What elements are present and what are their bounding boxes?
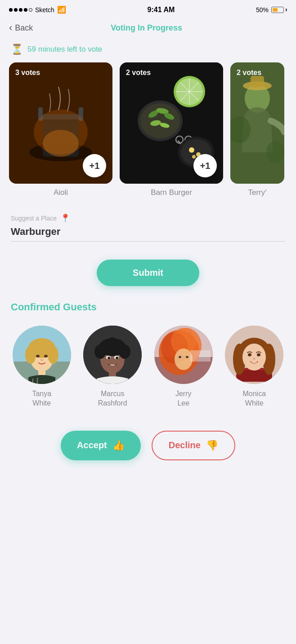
votes-badge-barnburger: 2 votes [126, 69, 151, 77]
bottom-actions: Accept 👍 Decline 👎 [0, 417, 296, 478]
tanya-avatar-image [13, 326, 71, 384]
battery-icon [271, 7, 287, 13]
svg-point-63 [116, 357, 118, 359]
status-bar: Sketch 📶 9:41 AM 50% [0, 0, 296, 18]
timer-row: ⏳ 59 minutes left to vote [0, 40, 296, 62]
suggest-section: Suggest a Place 📍 [0, 204, 296, 245]
carrier-label: Sketch [35, 6, 54, 13]
pin-icon: 📍 [60, 213, 70, 223]
avatar-monica [225, 326, 283, 384]
restaurant-card-terry[interactable]: 2 votes Terry' [230, 62, 284, 197]
guest-name-jerry: Jerry Lee [175, 389, 192, 408]
guests-grid: Tanya White [11, 326, 285, 408]
decline-button[interactable]: Decline 👎 [152, 431, 235, 460]
thumbs-down-icon: 👎 [206, 440, 218, 451]
card-image-barnburger[interactable]: 2 votes +1 [120, 62, 223, 184]
svg-rect-74 [190, 350, 211, 362]
restaurant-name-barnburger: Barn Burger [120, 188, 223, 197]
svg-point-72 [179, 356, 181, 358]
restaurant-name-terry: Terry' [230, 188, 284, 197]
status-left: Sketch 📶 [9, 5, 66, 14]
restaurant-name-aioli: Aioli [9, 188, 112, 197]
votes-badge-terry: 2 votes [237, 69, 261, 77]
card-image-aioli[interactable]: 3 votes +1 [9, 62, 112, 184]
svg-point-26 [189, 147, 194, 153]
guest-name-marcus: Marcus Rashford [98, 389, 127, 408]
svg-point-34 [266, 141, 284, 163]
page-title: Voting In Progress [33, 23, 260, 33]
status-right: 50% [256, 6, 287, 13]
svg-point-40 [25, 346, 36, 364]
avatar-tanya [13, 326, 71, 384]
svg-point-46 [44, 355, 48, 357]
back-button[interactable]: ‹ Back [9, 22, 33, 34]
submit-section: Submit [0, 245, 296, 297]
suggest-label: Suggest a Place 📍 [11, 213, 285, 223]
submit-button[interactable]: Submit [97, 260, 199, 286]
svg-point-82 [257, 353, 260, 357]
plus-badge-barnburger[interactable]: +1 [193, 154, 217, 177]
guest-item-jerry: Jerry Lee [154, 326, 213, 408]
avatar-marcus [83, 326, 142, 384]
svg-point-45 [36, 355, 40, 357]
guest-item-monica: Monica White [225, 326, 283, 408]
timer-icon: ⏳ [11, 44, 23, 55]
guest-item-tanya: Tanya White [13, 326, 71, 408]
svg-point-58 [120, 345, 126, 351]
suggest-input-wrapper[interactable] [11, 226, 285, 242]
avatar-jerry [154, 326, 213, 384]
battery-percent: 50% [256, 6, 269, 13]
svg-rect-59 [109, 371, 116, 377]
svg-point-28 [192, 155, 196, 159]
thumbs-up-icon: 👍 [112, 440, 125, 451]
svg-point-71 [175, 348, 193, 370]
back-chevron-icon: ‹ [9, 22, 12, 34]
nav-bar: ‹ Back Voting In Progress [0, 18, 296, 40]
jerry-avatar-image [154, 326, 213, 384]
restaurant-card-aioli[interactable]: 3 votes +1 Aioli [9, 62, 112, 197]
signal-icon [9, 8, 32, 12]
guest-name-monica: Monica White [242, 389, 266, 408]
card-image-terry[interactable]: 2 votes [230, 62, 284, 184]
svg-point-83 [253, 358, 256, 360]
wifi-icon: 📶 [57, 5, 66, 14]
back-label: Back [15, 23, 33, 33]
restaurant-cards-scroll[interactable]: 3 votes +1 Aioli [0, 62, 296, 204]
timer-text: 59 minutes left to vote [27, 45, 102, 54]
accept-label: Accept [77, 440, 107, 450]
svg-point-62 [108, 357, 110, 359]
confirmed-guests-title: Confirmed Guests [11, 301, 285, 313]
confirmed-guests-section: Confirmed Guests [0, 297, 296, 417]
svg-point-41 [48, 346, 58, 364]
decline-label: Decline [169, 440, 201, 450]
svg-point-57 [99, 345, 105, 351]
suggest-input[interactable] [11, 226, 285, 238]
terry-image [230, 62, 284, 184]
guest-item-marcus: Marcus Rashford [83, 326, 142, 408]
svg-rect-32 [251, 76, 264, 87]
guest-name-tanya: Tanya White [32, 389, 51, 408]
marcus-avatar-image [83, 326, 142, 384]
svg-point-81 [248, 353, 251, 357]
status-time: 9:41 AM [148, 6, 175, 14]
votes-badge-aioli: 3 votes [15, 69, 40, 77]
svg-point-73 [186, 356, 188, 358]
svg-point-80 [242, 344, 266, 371]
plus-badge-aioli[interactable]: +1 [83, 154, 106, 177]
svg-point-55 [108, 337, 117, 345]
accept-button[interactable]: Accept 👍 [61, 431, 141, 460]
restaurant-card-barnburger[interactable]: 2 votes +1 Barn Burger [120, 62, 223, 197]
monica-avatar-image [225, 326, 283, 384]
svg-point-7 [43, 130, 79, 157]
